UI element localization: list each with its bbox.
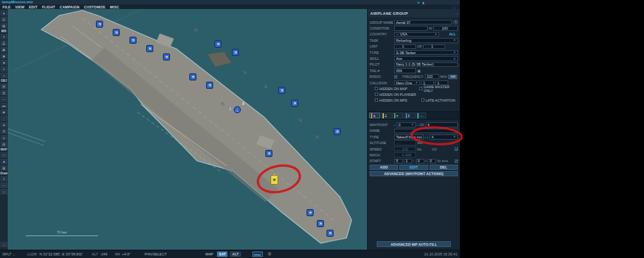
start-minute-input[interactable]: 0: [416, 159, 424, 164]
increment-icon[interactable]: ›: [399, 147, 401, 151]
increment-icon[interactable]: ›: [437, 26, 440, 30]
del-button[interactable]: DEL: [430, 165, 458, 170]
aircraft-unit-icon[interactable]: ✈: [113, 29, 120, 36]
aircraft-unit-icon[interactable]: ✈: [291, 100, 298, 107]
callsign-dropdown[interactable]: Navy One ▼: [394, 80, 420, 86]
waypoint-dropdown[interactable]: 0 ▼: [397, 122, 416, 127]
toolbar-icon[interactable]: ▩: [1, 165, 7, 170]
start-second-input[interactable]: 0: [428, 159, 436, 164]
menu-item-flight[interactable]: FLIGHT: [42, 5, 55, 9]
hidden-on-planner-checkbox[interactable]: [375, 93, 378, 96]
toolbar-icon[interactable]: ⊞: [1, 129, 7, 134]
waypoint-tab-2[interactable]: ×: [392, 113, 403, 118]
aircraft-unit-icon[interactable]: ✈: [146, 45, 153, 52]
toolbar-icon[interactable]: ●: [1, 73, 7, 78]
help-button[interactable]: ?: [453, 20, 458, 24]
increment-icon[interactable]: ›: [428, 44, 430, 48]
alt-mode-button[interactable]: ALT: [230, 252, 240, 257]
toolbar-icon[interactable]: ▤: [1, 17, 7, 22]
aircraft-unit-icon[interactable]: ✈: [163, 53, 170, 60]
aircraft-unit-icon[interactable]: ✈: [189, 73, 196, 80]
modulation-toggle[interactable]: AM: [448, 75, 457, 79]
fix-time-checkbox[interactable]: [455, 160, 458, 163]
menu-item-customize[interactable]: CUSTOMIZE: [84, 5, 105, 9]
frequency-input[interactable]: 320: [425, 74, 439, 79]
skill-dropdown[interactable]: Ace ▼: [394, 56, 458, 61]
type-dropdown[interactable]: S-3B Tanker ▼: [394, 50, 458, 55]
start-hour-input[interactable]: 1: [404, 159, 412, 164]
task-dropdown[interactable]: Refueling ▼: [394, 38, 458, 43]
sat-mode-button[interactable]: SAT: [217, 252, 227, 257]
advanced-wp-auto-fill-button[interactable]: ADVANCED WP AUTO FILL: [377, 241, 451, 247]
toolbar-icon[interactable]: ■: [1, 159, 7, 164]
toolbar-icon[interactable]: ~: [1, 97, 7, 102]
hidden-on-map-checkbox[interactable]: [375, 87, 378, 90]
aircraft-unit-icon[interactable]: ✈: [96, 21, 103, 28]
game-master-only-checkbox[interactable]: [419, 87, 422, 90]
carrier-unit-icon[interactable]: 1 ⚓ 3: [232, 105, 242, 114]
prev-waypoint-icon[interactable]: ‹: [394, 123, 395, 127]
mach-spinner[interactable]: ‹ › 0.408: [394, 152, 416, 158]
toolbar-icon[interactable]: ▲: [1, 10, 7, 15]
aircraft-unit-icon[interactable]: ✈: [278, 87, 285, 94]
toolbar-icon[interactable]: □: [1, 189, 7, 194]
toolbar-icon[interactable]: —: [1, 183, 7, 188]
toolbar-icon[interactable]: ▣: [1, 47, 7, 52]
aircraft-unit-icon[interactable]: ✈: [334, 128, 341, 135]
waypoint-tab-4[interactable]: ⋯: [415, 113, 426, 118]
advanced-waypoint-actions-button[interactable]: ADVANCED (WAYPOINT ACTIONS): [370, 171, 458, 176]
toolbar-icon[interactable]: ▨: [1, 142, 7, 147]
start-day-input[interactable]: 5: [394, 159, 402, 164]
speed-spinner[interactable]: ‹ › 270: [394, 147, 416, 152]
unit-count-spinner[interactable]: ‹ › 1: [394, 44, 416, 50]
toolbar-icon[interactable]: ⊕: [1, 122, 7, 127]
waypoint-total-input[interactable]: 4: [426, 122, 458, 127]
group-name-input[interactable]: Aerial-37: [394, 20, 452, 25]
selected-aircraft-unit-icon[interactable]: ✈: [270, 175, 278, 185]
settings-gear-icon[interactable]: ⚙: [268, 252, 272, 257]
tail-number-input[interactable]: 056: [394, 68, 416, 73]
layers-icon[interactable]: ▬▬: [252, 252, 263, 257]
late-activation-checkbox[interactable]: [421, 98, 424, 102]
toolbar-icon[interactable]: ⚓: [1, 41, 7, 46]
panel-collapse-icon[interactable]: ▪: [456, 12, 457, 15]
menu-item-file[interactable]: FILE: [3, 5, 10, 9]
toolbar-icon[interactable]: ○: [1, 116, 7, 121]
menu-item-campaign[interactable]: CAMPAIGN: [60, 5, 80, 9]
waypoint-type-dropdown[interactable]: Takeoff from run ▼: [394, 134, 424, 140]
toolbar-bottom-icon[interactable]: ●: [1, 242, 7, 247]
toolbar-icon[interactable]: ◉: [1, 53, 7, 59]
menu-item-edit[interactable]: EDIT: [29, 5, 37, 9]
coord-mode-dropdown[interactable]: DFLT: [3, 252, 12, 256]
pilot-input[interactable]: Navy 1-1 (S-3B Tanker): [394, 62, 458, 68]
link-unit-dropdown[interactable]: 4 ▼: [430, 134, 458, 140]
radio-checkbox[interactable]: [394, 75, 397, 78]
pin-icon[interactable]: ▮: [422, 1, 424, 5]
toolbar-icon[interactable]: ≡: [1, 66, 7, 71]
toolbar-icon[interactable]: ▧: [1, 84, 7, 89]
toolbar-icon[interactable]: □: [1, 152, 7, 158]
aircraft-unit-icon[interactable]: ✈: [317, 220, 324, 227]
condition-spinner[interactable]: ‹ › 100: [433, 26, 458, 31]
add-button[interactable]: ADD: [370, 165, 398, 170]
toolbar-icon[interactable]: ▥: [1, 90, 7, 95]
toolbar-icon[interactable]: ◎: [1, 135, 7, 140]
country-dropdown[interactable]: USA ▼: [394, 32, 439, 37]
condition-input[interactable]: [394, 26, 428, 31]
copy-icon[interactable]: ▣: [417, 69, 421, 73]
aircraft-unit-icon[interactable]: ✈: [232, 49, 239, 56]
toolbar-icon[interactable]: ■: [1, 60, 7, 65]
toolbar-icon[interactable]: ▦: [1, 23, 7, 28]
link-spinner-icons[interactable]: ‹ ›: [425, 135, 428, 139]
aircraft-unit-icon[interactable]: ✈: [206, 82, 213, 89]
waypoint-tab-0[interactable]: ∧: [369, 113, 380, 118]
waypoint-tab-1[interactable]: Ξ: [381, 113, 392, 118]
toolbar-icon[interactable]: ✈: [1, 34, 7, 39]
gs-checkbox[interactable]: [455, 147, 458, 151]
altitude-spinner[interactable]: ‹ ›: [394, 140, 416, 145]
increment-icon[interactable]: ›: [399, 141, 401, 145]
next-waypoint-icon[interactable]: ›: [417, 123, 419, 127]
toolbar-icon[interactable]: ▬: [1, 103, 7, 108]
filter-icon[interactable]: ▼: [417, 1, 420, 5]
menu-item-misc[interactable]: MISC: [110, 5, 119, 9]
